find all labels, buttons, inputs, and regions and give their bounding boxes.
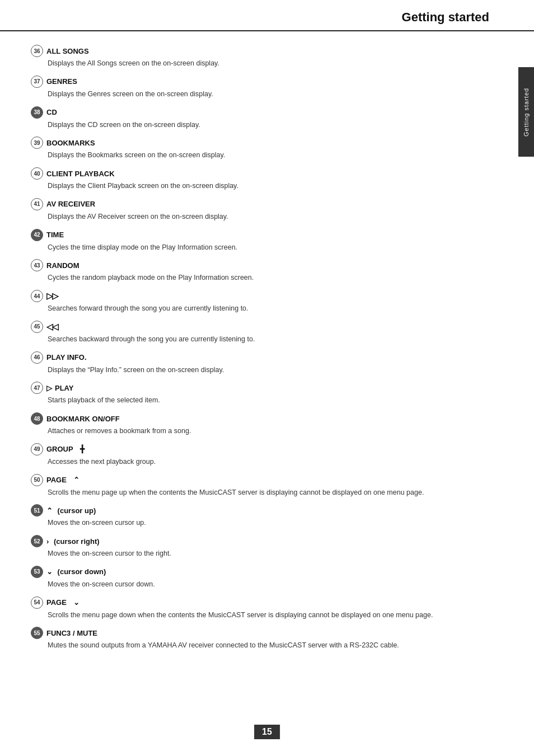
item-description: Displays the AV Receiver screen on the o… xyxy=(48,212,484,222)
list-item: 51⌃ (cursor up)Moves the on-screen curso… xyxy=(31,504,484,528)
list-item: 48BOOKMARK ON/OFFAttaches or removes a b… xyxy=(31,412,484,436)
item-number: 50 xyxy=(31,474,43,486)
item-number: 49 xyxy=(31,443,43,456)
page-footer: 15 xyxy=(254,725,280,739)
item-number: 40 xyxy=(31,167,43,180)
list-item: 45◁◁Searches backward through the song y… xyxy=(31,321,484,345)
list-item: 52› (cursor right)Moves the on-screen cu… xyxy=(31,535,484,559)
item-description: Starts playback of the selected item. xyxy=(48,395,484,406)
item-description: Moves the on-screen cursor up. xyxy=(48,518,484,528)
item-header: 40CLIENT PLAYBACK xyxy=(31,167,484,180)
item-number: 55 xyxy=(31,627,43,639)
item-number: 42 xyxy=(31,229,43,241)
item-number: 44 xyxy=(31,290,43,302)
item-title: TIME xyxy=(46,231,64,239)
item-description: Displays the All Songs screen on the on-… xyxy=(48,58,484,69)
item-description: Mutes the sound outputs from a YAMAHA AV… xyxy=(48,640,484,651)
main-content: 36ALL SONGSDisplays the All Songs screen… xyxy=(0,39,534,680)
fast-forward-icon: ▷▷ xyxy=(46,291,58,301)
item-header: 52› (cursor right) xyxy=(31,535,484,547)
page-header: Getting started xyxy=(0,0,534,30)
item-description: Searches forward through the song you ar… xyxy=(48,303,484,314)
list-item: 37GENRESDisplays the Genres screen on th… xyxy=(31,76,484,100)
item-header: 41AV RECEIVER xyxy=(31,198,484,210)
page-up-icon: ⌃ xyxy=(73,476,79,484)
item-number: 53 xyxy=(31,566,43,578)
item-number: 51 xyxy=(31,504,43,516)
item-header: 38CD xyxy=(31,106,484,119)
item-title: ALL SONGS xyxy=(46,47,89,55)
item-title: ⌃ (cursor up) xyxy=(46,506,96,515)
item-title: PLAY INFO. xyxy=(46,353,87,361)
item-title: GROUP ╋ xyxy=(46,445,85,453)
item-description: Searches backward through the song you a… xyxy=(48,334,484,345)
item-number: 48 xyxy=(31,412,43,425)
item-header: 39BOOKMARKS xyxy=(31,137,484,149)
item-title: ⌄ (cursor down) xyxy=(46,567,106,576)
item-title: ▷▷ xyxy=(46,291,58,301)
item-description: Displays the Client Playback screen on t… xyxy=(48,181,484,191)
item-title: PAGE ⌄ xyxy=(46,598,79,607)
item-number: 37 xyxy=(31,76,43,88)
list-item: 36ALL SONGSDisplays the All Songs screen… xyxy=(31,45,484,69)
item-header: 51⌃ (cursor up) xyxy=(31,504,484,516)
list-item: 47▷ PLAYStarts playback of the selected … xyxy=(31,382,484,406)
group-icon: ╋ xyxy=(80,445,85,453)
item-header: 43RANDOM xyxy=(31,259,484,271)
item-header: 53⌄ (cursor down) xyxy=(31,566,484,578)
item-header: 54PAGE ⌄ xyxy=(31,597,484,609)
item-header: 37GENRES xyxy=(31,76,484,88)
list-item: 46PLAY INFO.Displays the “Play Info.” sc… xyxy=(31,351,484,375)
page-down-icon: ⌄ xyxy=(73,598,79,607)
item-title: RANDOM xyxy=(46,261,79,270)
item-description: Moves the on-screen cursor down. xyxy=(48,579,484,590)
list-item: 40CLIENT PLAYBACKDisplays the Client Pla… xyxy=(31,167,484,191)
item-title: CLIENT PLAYBACK xyxy=(46,170,115,178)
item-number: 45 xyxy=(31,321,43,333)
item-title: ◁◁ xyxy=(46,322,58,332)
item-title: BOOKMARK ON/OFF xyxy=(46,415,120,423)
list-item: 44▷▷Searches forward through the song yo… xyxy=(31,290,484,314)
cursor-right-icon: › xyxy=(46,537,49,546)
item-description: Cycles the time display mode on the Play… xyxy=(48,242,484,253)
item-number: 46 xyxy=(31,351,43,364)
item-number: 52 xyxy=(31,535,43,547)
item-number: 54 xyxy=(31,597,43,609)
header-title: Getting started xyxy=(402,10,489,24)
item-number: 38 xyxy=(31,106,43,119)
item-description: Cycles the random playback mode on the P… xyxy=(48,273,484,283)
list-item: 43RANDOMCycles the random playback mode … xyxy=(31,259,484,283)
item-description: Scrolls the menu page up when the conten… xyxy=(48,487,484,498)
item-header: 45◁◁ xyxy=(31,321,484,333)
list-item: 55FUNC3 / MUTEMutes the sound outputs fr… xyxy=(31,627,484,651)
item-title: FUNC3 / MUTE xyxy=(46,629,97,637)
item-description: Attaches or removes a bookmark from a so… xyxy=(48,426,484,436)
item-description: Displays the CD screen on the on-screen … xyxy=(48,120,484,130)
item-number: 43 xyxy=(31,259,43,271)
item-title: GENRES xyxy=(46,77,77,86)
item-header: 50PAGE ⌃ xyxy=(31,474,484,486)
list-item: 50PAGE ⌃Scrolls the menu page up when th… xyxy=(31,474,484,498)
item-description: Scrolls the menu page down when the cont… xyxy=(48,610,484,621)
item-title: CD xyxy=(46,108,57,116)
item-header: 48BOOKMARK ON/OFF xyxy=(31,412,484,425)
item-description: Displays the Bookmarks screen on the on-… xyxy=(48,150,484,161)
item-description: Displays the Genres screen on the on-scr… xyxy=(48,89,484,100)
item-header: 42TIME xyxy=(31,229,484,241)
rewind-icon: ◁◁ xyxy=(46,322,58,332)
item-description: Moves the on-screen cursor to the right. xyxy=(48,548,484,559)
item-number: 47 xyxy=(31,382,43,394)
list-item: 53⌄ (cursor down)Moves the on-screen cur… xyxy=(31,566,484,590)
item-header: 55FUNC3 / MUTE xyxy=(31,627,484,639)
cursor-down-icon: ⌄ xyxy=(46,567,53,576)
item-title: BOOKMARKS xyxy=(46,139,95,147)
item-title: ▷ PLAY xyxy=(46,384,73,392)
item-number: 39 xyxy=(31,137,43,149)
list-item: 39BOOKMARKSDisplays the Bookmarks screen… xyxy=(31,137,484,161)
list-item: 38CDDisplays the CD screen on the on-scr… xyxy=(31,106,484,130)
item-header: 46PLAY INFO. xyxy=(31,351,484,364)
item-title: AV RECEIVER xyxy=(46,200,95,208)
item-header: 36ALL SONGS xyxy=(31,45,484,57)
side-tab: Getting started xyxy=(518,67,534,157)
item-description: Accesses the next playback group. xyxy=(48,457,484,467)
